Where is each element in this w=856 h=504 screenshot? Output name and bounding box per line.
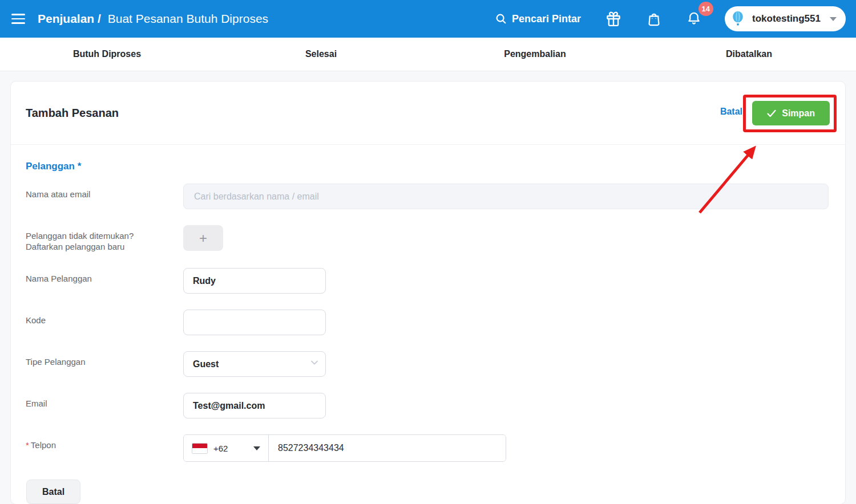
phone-number-input[interactable] bbox=[269, 435, 506, 461]
country-code-value: +62 bbox=[213, 444, 228, 453]
breadcrumb-section[interactable]: Penjualan / bbox=[38, 12, 101, 25]
chevron-down-icon bbox=[830, 17, 837, 21]
page-title: Tambah Pesanan bbox=[26, 107, 119, 120]
check-icon bbox=[767, 109, 776, 117]
tab-pengembalian[interactable]: Pengembalian bbox=[428, 38, 642, 71]
email-field-label: Email bbox=[26, 393, 183, 409]
form-row-register: Pelanggan tidak ditemukan? Daftarkan pel… bbox=[26, 225, 829, 252]
order-form: Pelanggan * Nama atau email Pelanggan ti… bbox=[11, 145, 845, 504]
phone-input-group: +62 bbox=[183, 434, 506, 462]
code-field-label: Kode bbox=[26, 310, 183, 326]
section-label-pelanggan: Pelanggan * bbox=[26, 161, 829, 172]
customer-code-input[interactable] bbox=[183, 310, 326, 335]
status-tabs: Butuh Diproses Selesai Pengembalian Diba… bbox=[0, 38, 856, 71]
topbar: Penjualan / Buat Pesanan Butuh Diproses … bbox=[0, 0, 856, 38]
gift-button[interactable] bbox=[605, 10, 622, 27]
save-button[interactable]: Simpan bbox=[752, 101, 830, 125]
main-content: Tambah Pesanan Batal Simpan Pelang bbox=[0, 71, 856, 504]
orders-bag-button[interactable] bbox=[646, 10, 662, 27]
gift-icon bbox=[605, 10, 622, 27]
customer-email-input[interactable] bbox=[183, 393, 326, 418]
type-field-label: Tipe Pelanggan bbox=[26, 351, 183, 367]
tambah-pesanan-card: Tambah Pesanan Batal Simpan Pelang bbox=[10, 81, 846, 504]
customer-type-select[interactable] bbox=[183, 351, 326, 377]
notifications-button[interactable]: 14 bbox=[686, 10, 702, 28]
menu-icon[interactable] bbox=[11, 14, 27, 24]
form-row-type: Tipe Pelanggan bbox=[26, 351, 829, 377]
customer-name-input[interactable] bbox=[183, 268, 326, 294]
cancel-button-bottom[interactable]: Batal bbox=[26, 479, 80, 504]
shopping-bag-icon bbox=[646, 10, 662, 27]
smart-search-label: Pencari Pintar bbox=[512, 13, 581, 25]
plus-icon: + bbox=[199, 230, 207, 246]
form-row-name: Nama Pelanggan bbox=[26, 268, 829, 294]
customer-search-input[interactable] bbox=[183, 184, 829, 209]
account-name: tokotesting551 bbox=[752, 13, 821, 25]
phone-field-label: *Telpon bbox=[26, 434, 183, 450]
search-icon bbox=[495, 13, 507, 25]
breadcrumb-page: Buat Pesanan Butuh Diproses bbox=[108, 12, 268, 25]
name-field-label: Nama Pelanggan bbox=[26, 268, 183, 284]
notification-count-badge: 14 bbox=[698, 2, 713, 16]
balloon-icon bbox=[729, 10, 746, 27]
tab-butuh-diproses[interactable]: Butuh Diproses bbox=[0, 38, 214, 71]
caret-down-icon bbox=[253, 446, 260, 450]
register-field-label: Pelanggan tidak ditemukan? Daftarkan pel… bbox=[26, 225, 183, 252]
card-header: Tambah Pesanan Batal Simpan bbox=[11, 82, 845, 145]
search-field-label: Nama atau email bbox=[26, 184, 183, 200]
account-menu[interactable]: tokotesting551 bbox=[725, 6, 846, 31]
add-customer-button[interactable]: + bbox=[183, 225, 223, 251]
smart-search-button[interactable]: Pencari Pintar bbox=[495, 13, 581, 25]
breadcrumb: Penjualan / Buat Pesanan Butuh Diproses bbox=[38, 12, 268, 26]
cancel-link[interactable]: Batal bbox=[720, 107, 742, 117]
form-row-email: Email bbox=[26, 393, 829, 418]
save-button-label: Simpan bbox=[782, 108, 815, 119]
topbar-actions: Pencari Pintar bbox=[495, 6, 847, 31]
customer-type-value[interactable] bbox=[183, 351, 326, 377]
form-row-search: Nama atau email bbox=[26, 184, 829, 209]
country-code-select[interactable]: +62 bbox=[184, 435, 269, 461]
form-row-code: Kode bbox=[26, 310, 829, 335]
form-row-phone: *Telpon +62 bbox=[26, 434, 829, 462]
tab-selesai[interactable]: Selesai bbox=[214, 38, 428, 71]
tab-dibatalkan[interactable]: Dibatalkan bbox=[642, 38, 856, 71]
required-mark: * bbox=[26, 440, 29, 450]
indonesia-flag-icon bbox=[192, 443, 208, 454]
